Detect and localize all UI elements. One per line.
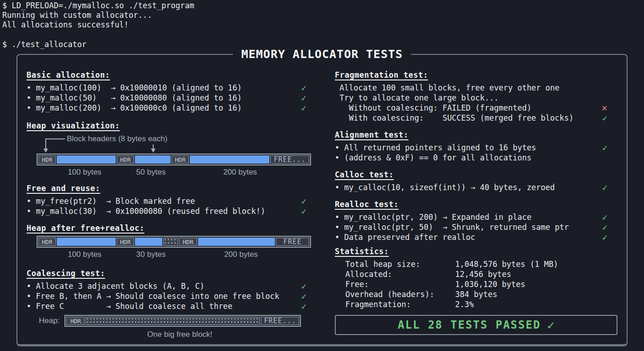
coalesced-heap-row: Heap: HDR FREE... <box>27 315 306 327</box>
test-result-text: • Data preserved after realloc <box>335 233 475 242</box>
size-label: 100 bytes <box>68 250 102 259</box>
statistic-label: Allocated: <box>345 270 455 279</box>
size-label: 200 bytes <box>224 250 258 259</box>
free-gap-segment <box>86 317 260 325</box>
heap-annotation: Block headers (8 bytes each) <box>37 133 306 154</box>
test-result-row: • my_malloc(50) → 0x10000080 (aligned to… <box>27 93 306 103</box>
test-result-row: Without coalescing: FAILED (fragmented) … <box>335 103 607 113</box>
test-result-row: • my_malloc(30) → 0x10000080 (reused fre… <box>27 206 306 216</box>
test-result-text: • Free B, then A → Should coalesce into … <box>27 292 279 301</box>
allocated-segment <box>57 238 116 246</box>
terminal-screen: { "glyphs": { "check": "✓", "cross": "✕"… <box>0 0 644 351</box>
check-icon: ✓ <box>602 144 607 152</box>
size-label: 30 bytes <box>136 250 166 259</box>
section-heading-heap-after-realloc: Heap after free+realloc: <box>27 223 306 233</box>
terminal-stdout: Running with custom allocator... <box>2 11 194 20</box>
test-result-text: • my_realloc(ptr, 50) → Shrunk, returned… <box>335 223 569 232</box>
free-segment: FREE... <box>261 317 299 325</box>
test-result-text: With coalescing: SUCCESS (merged free bl… <box>335 113 574 122</box>
check-icon: ✓ <box>301 84 306 92</box>
check-icon: ✓ <box>301 197 306 206</box>
test-result-text: • my_calloc(10, sizeof(int)) → 40 bytes,… <box>335 183 555 192</box>
check-icon: ✓ <box>301 104 306 112</box>
statistic-value: 1,048,576 bytes (1 MB) <box>455 260 558 269</box>
coalesced-caption: One big free block! <box>75 330 285 339</box>
heap-label: Heap: <box>39 316 59 325</box>
test-result-text: • (address & 0xF) == 0 for all allocatio… <box>335 153 531 162</box>
heap-bar-initial: HDR HDR HDR FREE... <box>37 154 311 165</box>
check-icon: ✓ <box>301 292 306 301</box>
header-segment: HDR <box>117 238 134 246</box>
section-heading-basic-allocation: Basic allocation: <box>27 70 306 80</box>
heap-bar-size-labels: 100 bytes 50 bytes 200 bytes <box>37 165 311 177</box>
allocated-segment <box>135 238 162 246</box>
size-label: 200 bytes <box>223 168 257 177</box>
test-result-row: • Free C → Should coalesce all three ✓ <box>27 301 306 311</box>
statistic-label: Free: <box>345 280 455 289</box>
allocated-segment <box>190 155 269 164</box>
test-result-row: • Allocate 3 adjacent blocks (A, B, C) ✓ <box>27 281 306 291</box>
statistic-row: Allocated: 12,456 bytes <box>335 269 618 279</box>
statistic-value: 12,456 bytes <box>455 270 511 279</box>
statistic-label: Total heap size: <box>345 260 455 269</box>
check-icon: ✓ <box>602 213 607 222</box>
header-segment: HDR <box>38 238 56 246</box>
allocated-segment <box>135 155 171 164</box>
check-icon: ✓ <box>602 183 607 192</box>
test-result-text: • All returned pointers aligned to 16 by… <box>335 143 536 152</box>
free-gap-segment <box>163 238 178 246</box>
check-icon: ✓ <box>301 94 306 102</box>
statistic-value: 384 bytes <box>455 290 497 299</box>
summary-banner: ALL 28 TESTS PASSED ✓ <box>335 315 617 335</box>
section-heading-fragmentation: Fragmentation test: <box>335 70 618 80</box>
test-result-text: • Allocate 3 adjacent blocks (A, B, C) <box>27 282 204 291</box>
test-result-row: Allocate 100 small blocks, free every ot… <box>335 83 607 93</box>
terminal-command: $ LD_PRELOAD=./mymalloc.so ./test_progra… <box>2 1 194 11</box>
section-heading-coalescing: Coalescing test: <box>27 269 306 278</box>
check-icon: ✓ <box>602 114 607 122</box>
heap-bar-coalesced: HDR FREE... <box>64 315 301 327</box>
statistic-row: Total heap size: 1,048,576 bytes (1 MB) <box>335 259 618 269</box>
test-result-text: • my_malloc(50) → 0x10000080 (aligned to… <box>27 93 242 102</box>
statistic-value: 1,036,120 bytes <box>455 280 526 289</box>
test-result-text: • Free C → Should coalesce all three <box>27 302 232 311</box>
statistic-label: Fragmentation: <box>345 300 455 309</box>
test-result-text: Allocate 100 small blocks, free every ot… <box>335 83 559 92</box>
check-icon: ✓ <box>301 282 306 291</box>
right-column: Fragmentation test: Allocate 100 small b… <box>335 70 618 335</box>
test-result-row: • my_realloc(ptr, 50) → Shrunk, returned… <box>335 222 607 232</box>
check-icon: ✓ <box>301 207 306 216</box>
cross-icon: ✕ <box>601 104 607 112</box>
test-result-row: With coalescing: SUCCESS (merged free bl… <box>335 113 607 123</box>
size-label: 100 bytes <box>68 168 102 177</box>
test-result-text: • my_free(ptr2) → Block marked free <box>27 197 195 206</box>
test-result-text: • my_realloc(ptr, 200) → Expanded in pla… <box>335 213 531 222</box>
panel-title: MEMORY ALLOCATOR TESTS <box>233 48 411 61</box>
test-result-text: • my_malloc(100) → 0x10000010 (aligned t… <box>27 83 242 92</box>
header-segment: HDR <box>66 317 85 325</box>
section-heading-heap-visualization: Heap visualization: <box>27 121 306 131</box>
section-heading-free-and-reuse: Free and reuse: <box>27 184 306 193</box>
header-segment: HDR <box>172 155 189 164</box>
test-result-row: • All returned pointers aligned to 16 by… <box>335 143 607 153</box>
summary-text: ALL 28 TESTS PASSED <box>398 319 541 331</box>
statistic-value: 2.3% <box>455 300 474 309</box>
size-label: 50 bytes <box>136 168 166 177</box>
statistic-row: Fragmentation: 2.3% <box>335 299 618 309</box>
test-result-text: • my_malloc(200) → 0x100000c0 (aligned t… <box>27 103 242 112</box>
header-segment: HDR <box>117 155 134 164</box>
test-result-row: Try to allocate one large block... <box>335 93 607 103</box>
test-result-row: • my_free(ptr2) → Block marked free ✓ <box>27 196 306 206</box>
test-result-text: • my_malloc(30) → 0x10000080 (reused fre… <box>27 207 265 216</box>
check-icon: ✓ <box>602 233 607 242</box>
allocated-segment <box>198 238 275 246</box>
terminal-command: $ ./test_allocator <box>2 40 194 49</box>
section-heading-statistics: Statistics: <box>335 247 618 256</box>
test-result-row: • my_malloc(100) → 0x10000010 (aligned t… <box>27 83 306 93</box>
test-result-row: • Free B, then A → Should coalesce into … <box>27 291 306 301</box>
allocated-segment <box>57 155 116 164</box>
test-result-text: Try to allocate one large block... <box>335 93 499 102</box>
free-segment: FREE... <box>270 155 309 164</box>
header-segment: HDR <box>179 238 197 246</box>
section-heading-alignment: Alignment test: <box>335 130 618 140</box>
